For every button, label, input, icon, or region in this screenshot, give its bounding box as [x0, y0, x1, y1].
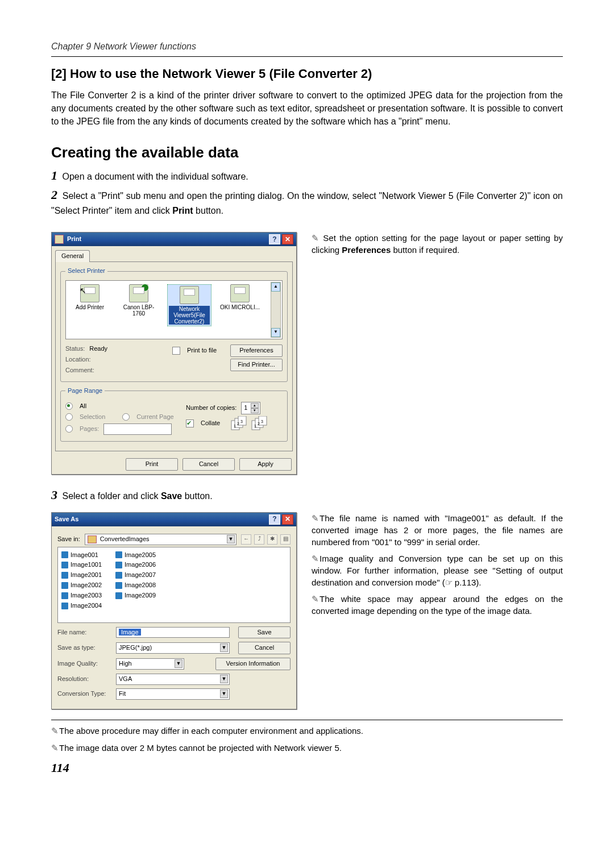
radio-all-label: All: [80, 402, 86, 411]
svg-text:2: 2: [258, 422, 260, 426]
scroll-up-icon[interactable]: ▲: [271, 283, 280, 292]
filename-input[interactable]: Image: [116, 627, 230, 638]
step-text: button.: [193, 206, 223, 215]
dialog-titlebar: Print ? ✕: [52, 232, 296, 246]
file-item[interactable]: Image001: [61, 551, 102, 560]
printer-icon: [230, 284, 250, 302]
print-to-file-checkbox[interactable]: [172, 347, 180, 355]
footer-rule: [51, 720, 563, 720]
radio-selection[interactable]: [65, 413, 73, 421]
filename-label: File name:: [57, 628, 111, 637]
view-menu-icon[interactable]: ▤: [280, 534, 291, 545]
file-icon: [61, 572, 68, 579]
save-in-value: ConvertedImages: [100, 535, 150, 544]
file-item[interactable]: Image2009: [115, 591, 156, 600]
folder-icon: [88, 535, 97, 543]
page-range-group: Page Range All Selection Current Page Pa…: [60, 387, 288, 442]
tab-general[interactable]: General: [55, 250, 90, 262]
printer-oki[interactable]: OKI MICROLI...: [219, 284, 260, 310]
save-button[interactable]: Save: [238, 626, 291, 639]
save-as-dialog: Save As ? ✕ Save in: ConvertedImages ▼ ←…: [51, 512, 297, 710]
intro-paragraph: The File Converter 2 is a kind of the pr…: [51, 89, 563, 128]
file-icon: [61, 551, 68, 558]
file-item[interactable]: Image2007: [115, 571, 156, 580]
collate-label: Collate: [201, 419, 220, 428]
quality-value: High: [119, 660, 132, 667]
version-info-button[interactable]: Version Information: [215, 658, 291, 670]
step-3: 3 Select a folder and click Save button.: [51, 486, 563, 504]
close-button[interactable]: ✕: [282, 234, 293, 244]
quality-combo[interactable]: High: [116, 658, 184, 670]
radio-current-page-label: Current Page: [136, 413, 173, 422]
file-item[interactable]: Image2003: [61, 591, 102, 600]
collate-icon: 123 123: [230, 416, 270, 431]
file-item[interactable]: Image2006: [115, 560, 156, 570]
printer-label: OKI MICROLI...: [219, 304, 260, 310]
save-in-combo[interactable]: ConvertedImages ▼: [85, 534, 237, 545]
printer-canon[interactable]: Canon LBP-1760: [118, 284, 159, 317]
step-number: 1: [51, 168, 57, 182]
printer-network-viewer5[interactable]: Network Viewer5(File Converter2) ↖: [167, 284, 211, 326]
step-text: Open a document with the individual soft…: [62, 172, 248, 181]
note-icon: ✎: [312, 232, 320, 244]
printer-add[interactable]: Add Printer: [69, 284, 110, 310]
cancel-button[interactable]: Cancel: [238, 642, 291, 654]
pages-input[interactable]: [103, 423, 172, 435]
help-button[interactable]: ?: [269, 514, 280, 525]
scroll-track[interactable]: [271, 292, 280, 328]
file-icon: [61, 582, 68, 589]
file-item[interactable]: Image1001: [61, 560, 102, 570]
copies-input[interactable]: 1 ▴▾: [241, 402, 260, 414]
file-list[interactable]: Image001Image1001Image2001Image2002Image…: [57, 547, 291, 623]
copies-label: Number of copies:: [186, 404, 237, 413]
cancel-button[interactable]: Cancel: [182, 458, 235, 471]
copies-spinner[interactable]: ▴▾: [251, 403, 258, 413]
printer-label: Network Viewer5(File Converter2): [169, 306, 210, 325]
step-text: Select a folder and click: [62, 491, 160, 501]
preferences-button[interactable]: Preferences: [230, 344, 283, 357]
cursor-icon: ↖: [80, 286, 86, 295]
dialog-button-bar: Print Cancel Apply: [52, 455, 296, 474]
header-rule: [51, 56, 563, 57]
group-label: Page Range: [65, 387, 105, 396]
find-printer-button[interactable]: Find Printer...: [230, 359, 283, 371]
print-button[interactable]: Print: [126, 458, 178, 471]
printer-list[interactable]: Add Printer Canon LBP-1760 Network Viewe…: [65, 280, 283, 339]
radio-pages[interactable]: [65, 425, 73, 433]
apply-button[interactable]: Apply: [239, 458, 292, 471]
up-icon[interactable]: ⤴: [254, 534, 264, 545]
print-to-file-label: Print to file: [187, 346, 217, 355]
saveastype-combo[interactable]: JPEG(*.jpg): [116, 642, 230, 654]
new-folder-icon[interactable]: ✱: [267, 534, 277, 545]
file-icon: [61, 562, 68, 568]
collate-checkbox[interactable]: [186, 420, 194, 427]
step-text: button.: [182, 491, 212, 501]
convtype-combo[interactable]: Fit: [116, 688, 230, 700]
resolution-combo[interactable]: VGA: [116, 674, 230, 685]
file-item[interactable]: Image2008: [115, 581, 156, 590]
scrollbar-vertical[interactable]: ▲ ▼: [271, 282, 281, 338]
file-item[interactable]: Image2005: [115, 551, 156, 560]
file-item[interactable]: Image2002: [61, 581, 102, 590]
tab-bar: General: [52, 246, 296, 261]
radio-all[interactable]: [65, 402, 73, 410]
file-name: Image2001: [70, 571, 102, 580]
file-item[interactable]: Image2001: [61, 571, 102, 580]
select-printer-group: Select Printer Add Printer Canon LBP-176…: [60, 267, 288, 382]
step-number: 2: [51, 188, 57, 202]
dialog-titlebar: Save As ? ✕: [52, 513, 296, 526]
file-name: Image2009: [125, 591, 156, 600]
svg-text:1: 1: [254, 424, 256, 428]
dialog-title: Save As: [55, 515, 267, 524]
resolution-value: VGA: [119, 675, 132, 682]
svg-text:2: 2: [237, 422, 239, 426]
file-item[interactable]: Image2004: [61, 601, 102, 610]
radio-current-page[interactable]: [122, 413, 130, 421]
side-note-3: ✎The white space may appear around the e…: [312, 593, 563, 617]
help-button[interactable]: ?: [269, 234, 280, 244]
back-icon[interactable]: ←: [241, 534, 251, 545]
scroll-down-icon[interactable]: ▼: [271, 328, 280, 337]
close-button[interactable]: ✕: [282, 514, 293, 525]
page-number: 114: [51, 759, 563, 777]
status-label: Status:: [65, 344, 85, 354]
